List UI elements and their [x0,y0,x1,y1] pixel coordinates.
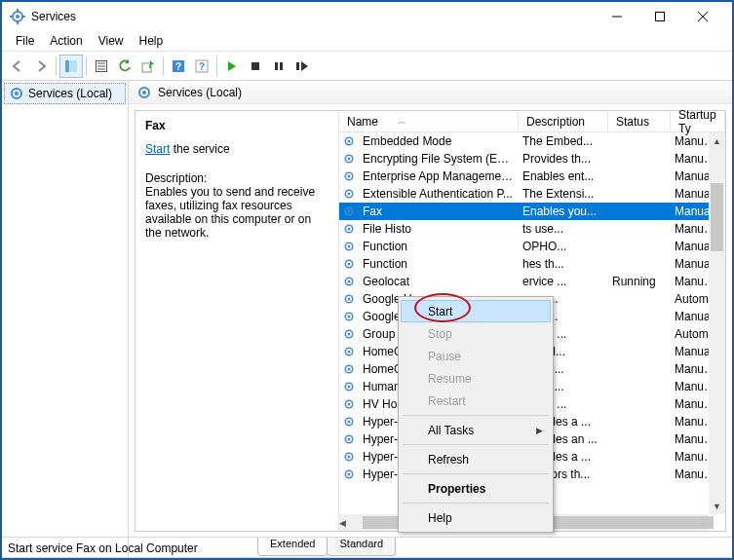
service-row[interactable]: FunctionOPHO...Manual [339,238,725,255]
gear-icon [339,169,359,183]
toolbar: ? ? [2,52,732,81]
svg-point-47 [348,280,351,283]
service-name: File Histo [359,222,519,236]
menu-item-all-tasks[interactable]: All Tasks [401,419,551,441]
svg-point-55 [348,351,351,354]
help-topics-button[interactable]: ? [190,55,213,78]
svg-point-63 [348,421,351,424]
properties-button[interactable] [90,55,113,78]
menu-item-properties[interactable]: Properties [401,477,551,500]
maximize-button[interactable] [638,3,681,30]
service-row[interactable]: Enterprise App Managemen...Enables ent..… [339,168,725,185]
sort-asc-icon: ︿ [398,116,406,127]
gear-icon [339,345,359,358]
gear-icon [339,292,359,306]
menu-file[interactable]: File [8,32,42,50]
tree-node-services-local[interactable]: Services (Local) [4,83,126,104]
start-service-link[interactable]: Start [145,142,170,156]
menu-bar[interactable]: File Action View Help [2,31,732,52]
menu-item-stop: Stop [401,322,551,345]
scroll-up-icon[interactable]: ▲ [709,132,725,149]
menu-item-resume: Resume [401,367,551,390]
svg-rect-23 [275,62,278,70]
svg-point-29 [142,91,146,94]
pause-service-button[interactable] [267,55,290,78]
tree-node-label: Services (Local) [28,87,112,100]
gear-icon [9,86,24,101]
column-status[interactable]: Status [608,111,671,131]
context-menu[interactable]: StartStopPauseResumeRestartAll TasksRefr… [398,296,554,533]
service-desc: Enables ent... [519,169,608,183]
svg-point-37 [348,193,351,196]
status-bar: Start service Fax on Local Computer [2,537,732,558]
menu-item-start[interactable]: Start [401,300,551,322]
gear-icon [339,187,359,201]
panel-header: Services (Local) [129,81,732,104]
menu-help[interactable]: Help [132,32,172,50]
service-desc: OPHO... [519,240,608,253]
column-startup[interactable]: Startup Ty [671,111,725,131]
gear-icon [339,205,359,218]
description-heading: Description: [145,171,328,185]
column-description[interactable]: Description [519,111,608,131]
menu-item-refresh[interactable]: Refresh [401,448,551,470]
svg-rect-25 [296,62,299,70]
svg-text:?: ? [175,61,181,72]
list-header[interactable]: Name︿ Description Status Startup Ty [339,111,725,132]
menu-item-pause: Pause [401,345,551,367]
svg-rect-7 [656,13,665,21]
service-row[interactable]: Geolocatervice ...RunningManual (T [339,273,725,290]
show-tree-button[interactable] [59,55,83,78]
service-name: Enterprise App Managemen... [359,169,519,183]
menu-view[interactable]: View [91,32,132,50]
gear-icon [339,257,359,271]
content-area: Services (Local) Services (Local) Fax St… [2,81,732,558]
minimize-button[interactable] [596,3,638,30]
service-row[interactable]: Encrypting File System (EFS)Provides th.… [339,150,725,168]
gear-icon [339,397,359,411]
stop-service-button[interactable] [244,55,267,78]
menu-action[interactable]: Action [42,32,90,50]
svg-point-43 [348,245,351,248]
refresh-button[interactable] [113,55,136,78]
scrollbar-thumb[interactable] [711,183,723,251]
column-name[interactable]: Name︿ [339,111,519,131]
svg-text:?: ? [199,61,205,72]
svg-point-35 [348,175,351,178]
svg-point-53 [348,333,351,336]
help-button[interactable]: ? [167,55,190,78]
service-row[interactable]: Extensible Authentication P...The Extens… [339,185,725,203]
tree-pane[interactable]: Services (Local) [2,81,129,557]
gear-icon [339,432,359,446]
svg-point-57 [348,368,351,371]
close-button[interactable] [681,3,724,30]
forward-button[interactable] [29,55,53,78]
back-button[interactable] [6,55,29,78]
service-desc: ts use... [519,222,608,236]
service-name: Geolocat [359,275,519,288]
svg-point-41 [348,228,351,231]
service-name: Function [359,240,519,253]
restart-service-button[interactable] [290,55,314,78]
service-status: Running [608,275,671,288]
service-desc: ervice ... [519,275,608,288]
service-row[interactable]: Embedded ModeThe Embed...Manual (T [339,132,725,150]
menu-item-help[interactable]: Help [401,506,551,529]
scroll-down-icon[interactable]: ▼ [709,498,725,514]
panel-title: Services (Local) [158,86,242,99]
svg-point-69 [348,473,351,476]
menu-item-restart: Restart [401,390,551,412]
service-row[interactable]: Functionhes th...Manual [339,255,725,273]
description-body: Enables you to send and receive faxes, u… [145,185,328,240]
service-row[interactable]: File Histots use...Manual (T [339,220,725,238]
export-button[interactable] [136,55,160,78]
start-service-button[interactable] [220,55,244,78]
service-row[interactable]: FaxEnables you...Manual [339,203,725,220]
service-desc: Enables you... [519,205,608,218]
window-title: Services [31,10,596,23]
svg-rect-24 [280,62,283,70]
vertical-scrollbar[interactable]: ▲ ▼ [709,132,725,514]
gear-icon [339,240,359,253]
svg-point-45 [348,263,351,266]
gear-icon [339,467,359,481]
